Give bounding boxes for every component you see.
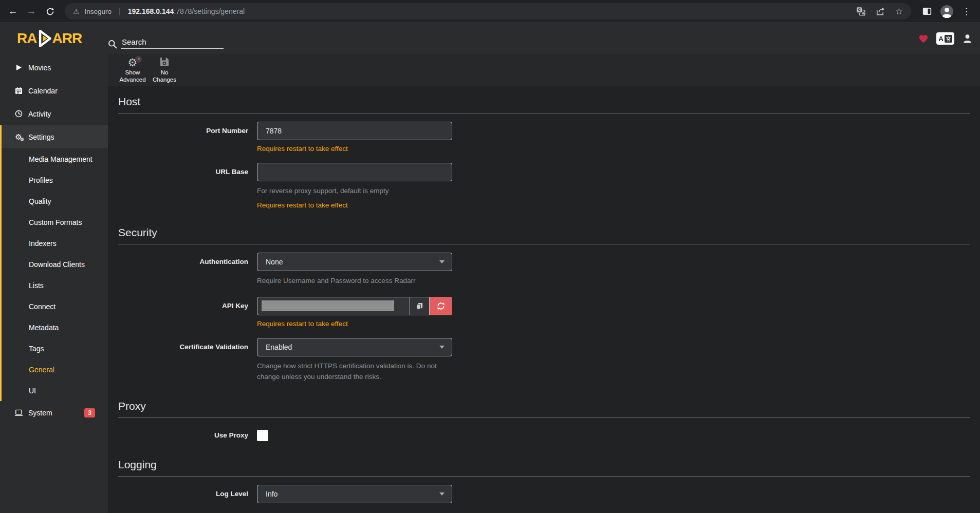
certificate-validation-row: Certificate Validation Enabled Change ho…: [118, 338, 970, 383]
sidebar-item-label: General: [29, 366, 54, 374]
translate-badge[interactable]: A: [936, 32, 954, 45]
sidebar-item-metadata[interactable]: Metadata: [2, 317, 108, 338]
sidebar-item-indexers[interactable]: Indexers: [2, 233, 108, 254]
sidebar-item-profiles[interactable]: Profiles: [2, 169, 108, 191]
api-key-row: API Key Requires restart to take effect: [118, 297, 970, 328]
header-right-controls: A: [918, 32, 980, 54]
sidebar-item-activity[interactable]: Activity: [0, 102, 108, 125]
url-base-label: URL Base: [118, 163, 248, 209]
sidebar-item-general[interactable]: General: [2, 359, 108, 380]
share-icon[interactable]: [876, 7, 885, 16]
back-icon: ←: [8, 6, 18, 17]
app-header: RA ARR A: [0, 23, 980, 54]
certificate-validation-label: Certificate Validation: [118, 338, 248, 383]
sidebar-item-movies[interactable]: Movies: [0, 56, 108, 79]
reload-icon: [46, 7, 54, 16]
save-changes-button[interactable]: No Changes: [149, 56, 180, 84]
show-advanced-button[interactable]: ⚙× Show Advanced: [117, 56, 149, 84]
sidebar-item-label: Metadata: [29, 324, 59, 332]
sidebar-item-lists[interactable]: Lists: [2, 275, 108, 296]
sidebar-item-label: Profiles: [29, 176, 53, 184]
api-key-input[interactable]: [257, 297, 410, 315]
radarr-play-icon: [34, 28, 54, 49]
url-base-input[interactable]: [257, 163, 452, 181]
donate-heart-icon[interactable]: [918, 34, 929, 43]
url-base-help: For reverse proxy support, default is em…: [257, 186, 452, 197]
profile-avatar[interactable]: [940, 5, 954, 18]
search-input[interactable]: [121, 36, 224, 49]
advanced-settings-icon: ⚙×: [128, 56, 138, 69]
sidebar-item-connect[interactable]: Connect: [2, 296, 108, 317]
certificate-validation-value: Enabled: [266, 343, 292, 351]
sidebar-item-label: Movies: [28, 64, 51, 72]
side-panel-icon[interactable]: [922, 7, 932, 15]
insecure-warning-icon: ⚠: [73, 7, 80, 15]
forward-icon: →: [27, 6, 36, 17]
toolbar-button-label: Advanced: [119, 77, 145, 84]
sidebar-item-label: Indexers: [29, 239, 57, 248]
port-number-row: Port Number Requires restart to take eff…: [118, 122, 970, 153]
chevron-down-icon: [439, 346, 445, 349]
sidebar-item-custom-formats[interactable]: Custom Formats: [2, 212, 108, 233]
log-level-select[interactable]: Info: [257, 485, 452, 503]
section-security: Security Authentication None Require Use…: [118, 226, 970, 383]
sidebar-item-download-clients[interactable]: Download Clients: [2, 254, 108, 275]
sidebar-item-calendar[interactable]: Calendar: [0, 79, 108, 102]
sidebar-item-media-management[interactable]: Media Management: [2, 148, 108, 169]
url-host: 192.168.0.144: [128, 7, 174, 15]
browser-chrome: ← → ⚠ Inseguro | 192.168.0.144:7878/sett…: [0, 0, 980, 23]
clock-icon: [14, 110, 23, 118]
sidebar-item-quality[interactable]: Quality: [2, 191, 108, 212]
section-title-proxy: Proxy: [118, 400, 970, 418]
radarr-logo[interactable]: RA ARR: [0, 23, 108, 54]
copy-api-key-button[interactable]: [410, 297, 430, 315]
user-icon[interactable]: [962, 33, 973, 44]
bookmark-star-icon[interactable]: ☆: [895, 6, 903, 17]
section-title-security: Security: [118, 226, 970, 244]
system-health-badge: 3: [84, 408, 95, 417]
security-label[interactable]: Inseguro: [85, 8, 112, 15]
browser-back-button[interactable]: ←: [5, 4, 21, 19]
toolbar-button-label: Show: [125, 69, 140, 77]
sidebar: Movies Calendar Activity ⚙⚙ Settings Med…: [0, 54, 108, 513]
use-proxy-checkbox[interactable]: [257, 430, 268, 441]
authentication-select[interactable]: None: [257, 253, 452, 271]
section-proxy: Proxy Use Proxy: [118, 400, 970, 441]
sidebar-item-settings[interactable]: ⚙⚙ Settings: [2, 125, 108, 148]
section-title-host: Host: [118, 96, 970, 113]
logo-text-left: RA: [17, 30, 36, 47]
sidebar-item-label: UI: [29, 387, 36, 395]
chevron-down-icon: [439, 260, 445, 263]
sidebar-item-label: System: [28, 409, 52, 417]
sidebar-item-label: Connect: [29, 302, 56, 311]
use-proxy-row: Use Proxy: [118, 426, 970, 441]
log-level-row: Log Level Info: [118, 485, 970, 503]
browser-reload-button[interactable]: [42, 4, 58, 19]
certificate-validation-select[interactable]: Enabled: [257, 338, 452, 356]
gears-icon: ⚙⚙: [14, 133, 23, 141]
sidebar-item-ui[interactable]: UI: [2, 380, 108, 401]
browser-menu-icon[interactable]: ⋮: [962, 6, 971, 17]
api-key-redacted-value: [262, 300, 394, 311]
translate-page-icon[interactable]: [856, 7, 865, 16]
url-text[interactable]: 192.168.0.144:7878/settings/general: [128, 7, 245, 15]
sidebar-item-system[interactable]: System 3: [0, 401, 108, 424]
settings-general-content: Host Port Number Requires restart to tak…: [108, 86, 980, 513]
settings-toolbar: ⚙× Show Advanced No Changes: [108, 54, 980, 86]
browser-forward-button[interactable]: →: [24, 4, 39, 19]
save-icon: [159, 56, 170, 69]
address-bar[interactable]: ⚠ Inseguro | 192.168.0.144:7878/settings…: [65, 3, 911, 20]
chrome-right-controls: ⋮: [918, 5, 975, 18]
sidebar-item-label: Custom Formats: [29, 218, 82, 226]
sidebar-item-label: Download Clients: [29, 260, 85, 269]
restart-warning: Requires restart to take effect: [257, 145, 452, 153]
sidebar-item-label: Calendar: [28, 87, 58, 95]
regenerate-api-key-button[interactable]: [430, 297, 452, 315]
search-bar: [108, 36, 224, 54]
chevron-down-icon: [439, 492, 445, 496]
log-level-value: Info: [266, 490, 278, 498]
sidebar-item-tags[interactable]: Tags: [2, 338, 108, 359]
port-number-input[interactable]: [257, 122, 452, 140]
port-number-label: Port Number: [118, 122, 248, 153]
restart-warning: Requires restart to take effect: [257, 201, 452, 209]
